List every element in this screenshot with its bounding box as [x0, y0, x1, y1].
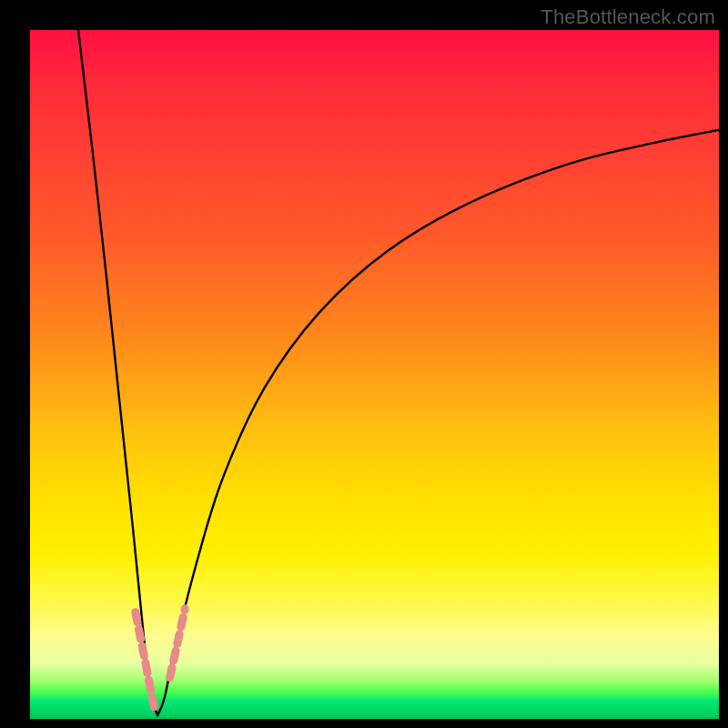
watermark-text: TheBottleneck.com [541, 5, 715, 29]
plot-area [30, 30, 719, 719]
curve-layer [30, 30, 719, 719]
curve-right-branch [157, 130, 719, 715]
curve-left-branch [78, 30, 157, 715]
highlight-right [170, 609, 186, 678]
chart-frame: TheBottleneck.com [0, 0, 728, 728]
highlight-left [136, 612, 156, 713]
